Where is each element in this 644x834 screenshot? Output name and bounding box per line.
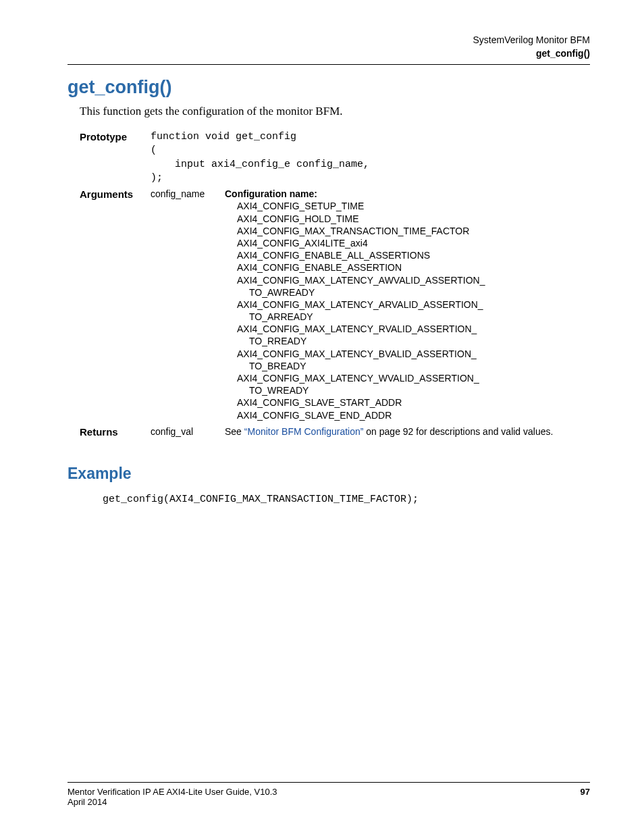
footer-rule xyxy=(68,782,590,783)
page-header: SystemVerilog Monitor BFM get_config() xyxy=(68,34,590,60)
config-item: TO_AWREADY xyxy=(225,286,590,298)
config-item: AXI4_CONFIG_MAX_LATENCY_WVALID_ASSERTION… xyxy=(225,372,590,384)
config-item: TO_ARREADY xyxy=(225,311,590,323)
example-heading: Example xyxy=(68,465,590,483)
header-line2: get_config() xyxy=(68,47,590,61)
arguments-body: Configuration name: AXI4_CONFIG_SETUP_TI… xyxy=(225,188,590,421)
config-item: AXI4_CONFIG_MAX_LATENCY_ARVALID_ASSERTIO… xyxy=(225,298,590,311)
config-item: AXI4_CONFIG_ENABLE_ALL_ASSERTIONS xyxy=(225,249,590,261)
config-item: AXI4_CONFIG_MAX_TRANSACTION_TIME_FACTOR xyxy=(225,225,590,237)
footer-guide-title: Mentor Verification IP AE AXI4-Lite User… xyxy=(68,787,277,797)
prototype-label: Prototype xyxy=(80,130,151,142)
page-title: get_config() xyxy=(68,77,590,98)
config-item: AXI4_CONFIG_SLAVE_END_ADDR xyxy=(225,409,590,421)
arguments-label: Arguments xyxy=(80,188,151,200)
prototype-code: function void get_config ( input axi4_co… xyxy=(151,130,369,185)
returns-label: Returns xyxy=(80,425,151,438)
returns-body: See “Monitor BFM Configuration” on page … xyxy=(225,425,590,438)
returns-text-prefix: See xyxy=(225,426,244,437)
prototype-row: Prototype function void get_config ( inp… xyxy=(80,130,590,185)
intro-text: This function gets the configuration of … xyxy=(80,105,590,118)
example-code: get_config(AXI4_CONFIG_MAX_TRANSACTION_T… xyxy=(103,494,590,505)
config-item: AXI4_CONFIG_SLAVE_START_ADDR xyxy=(225,396,590,409)
header-line1: SystemVerilog Monitor BFM xyxy=(68,34,590,47)
config-item: TO_RREADY xyxy=(225,335,590,347)
config-item: AXI4_CONFIG_SETUP_TIME xyxy=(225,200,590,212)
config-item: TO_BREADY xyxy=(225,360,590,372)
config-item: AXI4_CONFIG_ENABLE_ASSERTION xyxy=(225,261,590,273)
monitor-bfm-config-link[interactable]: “Monitor BFM Configuration” xyxy=(244,426,364,437)
page-footer: Mentor Verification IP AE AXI4-Lite User… xyxy=(68,782,590,807)
config-item: AXI4_CONFIG_HOLD_TIME xyxy=(225,213,590,225)
config-item: AXI4_CONFIG_MAX_LATENCY_RVALID_ASSERTION… xyxy=(225,323,590,335)
page-number: 97 xyxy=(581,787,590,797)
arguments-row: Arguments config_name Configuration name… xyxy=(80,188,590,421)
config-item: AXI4_CONFIG_MAX_LATENCY_BVALID_ASSERTION… xyxy=(225,348,590,360)
config-list: AXI4_CONFIG_SETUP_TIMEAXI4_CONFIG_HOLD_T… xyxy=(225,200,590,421)
header-rule xyxy=(68,64,590,65)
config-name-heading: Configuration name: xyxy=(225,188,590,200)
config-item: AXI4_CONFIG_MAX_LATENCY_AWVALID_ASSERTIO… xyxy=(225,274,590,286)
footer-date: April 2014 xyxy=(68,797,590,807)
config-item: AXI4_CONFIG_AXI4LITE_axi4 xyxy=(225,237,590,249)
returns-text-suffix: on page 92 for descriptions and valid va… xyxy=(363,426,553,437)
arguments-sublabel: config_name xyxy=(151,188,225,199)
returns-sublabel: config_val xyxy=(151,425,225,437)
config-item: TO_WREADY xyxy=(225,384,590,396)
returns-row: Returns config_val See “Monitor BFM Conf… xyxy=(80,425,590,438)
